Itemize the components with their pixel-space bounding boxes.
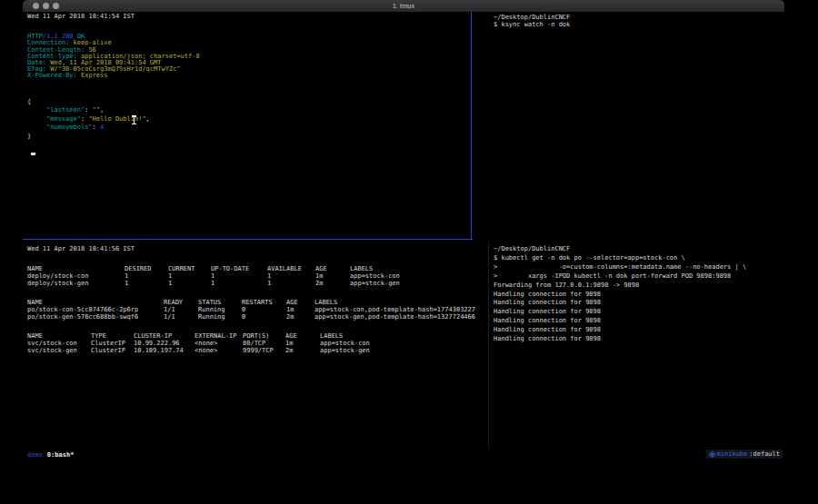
table-cell: <none> [195,347,243,354]
table-header-cell: LABELS [314,299,487,306]
pane-kubectl-get[interactable]: Wed 11 Apr 2018 10:41:56 IST NAME DESIRE… [27,245,487,447]
json-colon: : [93,124,100,131]
json-field-line: "lastseen": "", [27,106,469,115]
close-button[interactable] [33,3,39,9]
traffic-lights [33,3,59,9]
json-close-brace: } [27,133,469,142]
table-row: deploy/stock-con 1 1 1 1 1m app=stock-co… [27,272,487,280]
json-comma: , [100,106,104,114]
status-left: demo 0:bash* [27,451,74,459]
timestamp-line: Wed 11 Apr 2018 10:41:54 IST [27,14,469,20]
table-header-cell: NAME [27,332,91,340]
table-cell: app=stock-con [320,340,487,347]
table-header-cell: UP-TO-DATE [211,265,267,272]
table-row: po/stock-con-5cc874766c-2p6rp 1/1 Runnin… [27,306,487,313]
table-header-cell: AVAILABLE [267,265,315,272]
table-header-cell: TYPE [91,332,134,340]
table-header-cell: STATUS [198,299,242,306]
table-cell: ClusterIP [91,347,134,354]
table-cell: 10.109.197.74 [134,347,195,354]
json-value: "" [93,106,100,114]
table-cell: 1/1 [164,306,198,313]
table-cell: svc/stock-con [27,340,91,347]
handling-connection-lines: Handling connection for 9898 Handling co… [494,291,783,344]
table-cell: 10.99.222.96 [134,340,195,347]
json-comma: , [146,115,150,123]
table-row: svc/stock-con ClusterIP 10.99.222.96 <no… [27,340,487,347]
active-pane-border-horizontal [23,239,473,240]
header-value: Express [77,72,108,79]
command-lines: $ kubectl get -n dok po --selector=app=s… [494,254,783,282]
minimize-button[interactable] [43,3,49,9]
table-cell: 2m [285,347,320,354]
table-cell: Running [198,313,242,321]
table-cell: app=stock-con,pod-template-hash=17743032… [314,306,487,313]
table-header-cell: NAME [27,265,125,272]
kubernetes-helm-icon [709,451,715,458]
table-cell: 1 [211,280,267,287]
table-cell: 1 [125,272,168,280]
deployments-table: NAME DESIRED CURRENT UP-TO-DATE AVAILABL… [27,265,487,287]
http-header-line: X-Powered-By:Express [27,73,469,79]
mouse-cursor-ibeam [132,115,136,124]
kube-context: minikube [717,450,748,458]
table-cell: 80/TCP [243,340,285,347]
table-cell: 1/1 [164,313,198,321]
table-header-cell: RESTARTS [242,299,286,306]
table-cell: 1 [168,280,211,287]
table-cell: 0 [242,306,286,313]
window-title: 1. tmux [393,2,415,10]
table-cell: deploy/stock-con [27,272,125,280]
json-field-line: "numsymbols": 4 [27,124,469,133]
table-header-cell: NAME [27,299,164,306]
table-header-cell: CURRENT [168,265,211,272]
terminal-window: 1. tmux Wed 11 Apr 2018 10:41:54 IST HTT… [23,0,784,464]
table-row: deploy/stock-gen 1 1 1 1 2m app=stock-ge… [27,280,487,287]
table-header-cell: PORT(S) [243,332,285,340]
pane-divider-vertical [488,242,489,448]
table-header-cell: AGE [315,265,350,272]
table-row: po/stock-gen-576cc688bb-swqf6 1/1 Runnin… [27,313,487,321]
table-header-cell: AGE [286,299,314,306]
pods-table: NAME READY STATUS RESTARTS AGE LABELS po… [27,299,487,321]
json-open-brace: { [27,98,469,107]
session-name: demo [27,451,43,459]
table-cell: 1m [286,306,314,313]
table-header-cell: READY [164,299,198,306]
table-cell: <none> [195,340,243,347]
active-pane-border-vertical [471,12,472,240]
pane-port-forward[interactable]: ~/Desktop/DublinCNCF $ kubectl get -n do… [494,245,783,447]
json-key: "lastseen" [46,106,85,114]
pane-ksync[interactable]: ~/Desktop/DublinCNCF $ ksync watch -n do… [494,14,783,28]
zoom-button[interactable] [53,3,59,9]
table-cell: deploy/stock-gen [27,280,125,287]
table-cell: app=stock-gen [350,280,487,287]
json-value: 4 [100,124,104,131]
pane-http-response[interactable]: Wed 11 Apr 2018 10:41:54 IST HTTP/1.1 20… [27,14,469,237]
json-key: "message" [46,115,81,123]
command-line: $ ksync watch -n dok [494,21,783,28]
window-tab-bash[interactable]: 0:bash* [47,451,75,459]
timestamp-line: Wed 11 Apr 2018 10:41:56 IST [27,245,487,252]
table-header-row: NAME TYPE CLUSTER-IP EXTERNAL-IP PORT(S)… [27,332,487,340]
table-header-row: NAME DESIRED CURRENT UP-TO-DATE AVAILABL… [27,265,487,272]
table-cell: 1 [267,272,315,280]
window-titlebar[interactable]: 1. tmux [23,0,784,12]
json-value: "Hello Dublin!" [88,115,145,123]
table-cell: svc/stock-gen [27,347,91,354]
table-header-cell: CLUSTER-IP [134,332,195,340]
table-cell: 1 [168,272,211,280]
table-cell: 2m [315,280,350,287]
table-cell: po/stock-con-5cc874766c-2p6rp [27,306,164,313]
table-cell: 1 [267,280,315,287]
table-cell: app=stock-gen,pod-template-hash=13277244… [314,313,487,321]
prompt-path: ~/Desktop/DublinCNCF [494,245,783,254]
table-header-row: NAME READY STATUS RESTARTS AGE LABELS [27,299,487,306]
table-cell: 0 [242,313,286,321]
terminal-cursor [31,153,35,155]
table-cell: 1 [211,272,267,280]
table-cell: app=stock-gen [320,347,487,354]
table-cell: 1 [125,280,168,287]
table-cell: 2m [286,313,314,321]
json-key: "numsymbols" [46,124,93,131]
